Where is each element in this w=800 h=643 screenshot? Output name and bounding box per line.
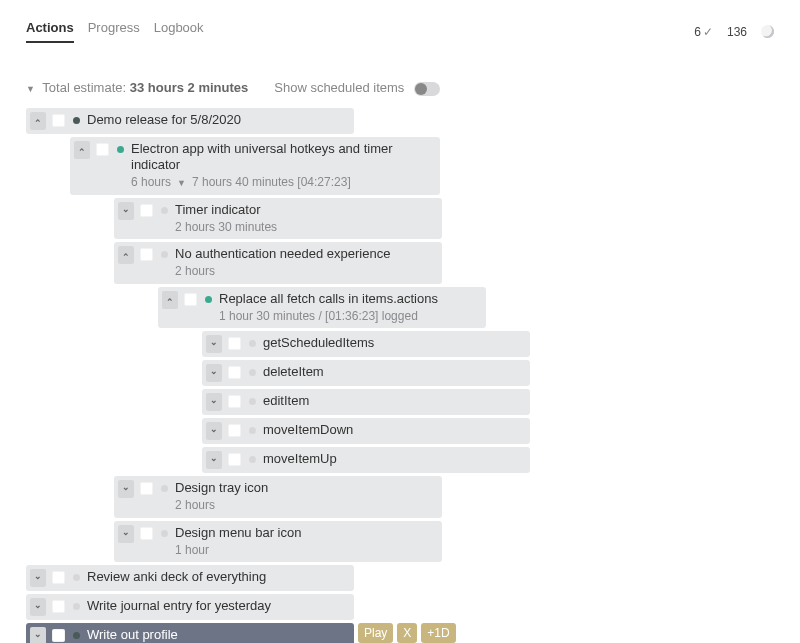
expand-handle[interactable] — [30, 627, 46, 643]
task-checkbox[interactable] — [52, 629, 65, 642]
expand-handle[interactable] — [206, 451, 222, 469]
status-dot — [249, 369, 256, 376]
task-row-demo-release[interactable]: Demo release for 5/8/2020 — [26, 108, 354, 134]
task-checkbox[interactable] — [140, 527, 153, 540]
task-checkbox[interactable] — [228, 366, 241, 379]
task-title: No authentication needed experience — [175, 246, 390, 263]
task-row-write-journal[interactable]: Write journal entry for yesterday — [26, 594, 354, 620]
status-dot — [161, 207, 168, 214]
task-checkbox[interactable] — [140, 482, 153, 495]
status-dot — [161, 251, 168, 258]
caret-down-icon[interactable] — [177, 176, 186, 190]
tabs: Actions Progress Logbook — [26, 20, 204, 43]
status-dot — [249, 340, 256, 347]
task-title: Demo release for 5/8/2020 — [87, 112, 241, 129]
task-title: Electron app with universal hotkeys and … — [131, 141, 432, 175]
task-title: deleteItem — [263, 364, 324, 381]
task-checkbox[interactable] — [52, 600, 65, 613]
task-title: Design menu bar icon — [175, 525, 301, 542]
collapse-handle[interactable] — [74, 141, 90, 159]
task-row-delete-item[interactable]: deleteItem — [202, 360, 530, 386]
status-dot — [249, 456, 256, 463]
status-dot — [249, 427, 256, 434]
expand-handle[interactable] — [206, 364, 222, 382]
task-subtext: 6 hours7 hours 40 minutes [04:27:23] — [131, 175, 432, 191]
status-dot — [249, 398, 256, 405]
task-checkbox[interactable] — [52, 571, 65, 584]
task-row-write-profile[interactable]: Write out profile30 minutes — [26, 623, 354, 643]
caret-down-icon[interactable] — [26, 80, 35, 95]
status-dot — [205, 296, 212, 303]
task-row-get-scheduled[interactable]: getScheduledItems — [202, 331, 530, 357]
status-dot — [161, 485, 168, 492]
summary-row: Total estimate: 33 hours 2 minutes Show … — [26, 80, 774, 96]
task-subtext: 2 hours — [175, 498, 268, 514]
task-checkbox[interactable] — [228, 453, 241, 466]
task-checkbox[interactable] — [184, 293, 197, 306]
tab-logbook[interactable]: Logbook — [154, 20, 204, 43]
close-button[interactable]: X — [397, 623, 417, 643]
task-row-review-anki[interactable]: Review anki deck of everything — [26, 565, 354, 591]
task-row-electron-app[interactable]: Electron app with universal hotkeys and … — [70, 137, 440, 195]
task-row-edit-item[interactable]: editItem — [202, 389, 530, 415]
collapse-handle[interactable] — [118, 246, 134, 264]
status-dot — [73, 603, 80, 610]
task-subtext: 1 hour — [175, 543, 301, 559]
task-title: Replace all fetch calls in items.actions — [219, 291, 438, 308]
task-subtext: 1 hour 30 minutes / [01:36:23] logged — [219, 309, 438, 325]
collapse-handle[interactable] — [30, 112, 46, 130]
task-row-move-down[interactable]: moveItemDown — [202, 418, 530, 444]
expand-handle[interactable] — [206, 393, 222, 411]
task-row-no-auth[interactable]: No authentication needed experience2 hou… — [114, 242, 442, 283]
snooze-button[interactable]: +1D — [421, 623, 455, 643]
task-checkbox[interactable] — [140, 204, 153, 217]
expand-handle[interactable] — [206, 335, 222, 353]
top-stats: 6✓ 136 — [694, 25, 774, 39]
done-count: 6✓ — [694, 25, 713, 39]
task-title: moveItemDown — [263, 422, 353, 439]
task-checkbox[interactable] — [228, 395, 241, 408]
expand-handle[interactable] — [118, 480, 134, 498]
show-scheduled-toggle[interactable]: Show scheduled items — [274, 80, 440, 96]
status-dot — [73, 574, 80, 581]
task-title: Write journal entry for yesterday — [87, 598, 271, 615]
expand-handle[interactable] — [30, 598, 46, 616]
task-checkbox[interactable] — [52, 114, 65, 127]
total-count: 136 — [727, 25, 747, 39]
play-button[interactable]: Play — [358, 623, 393, 643]
task-checkbox[interactable] — [140, 248, 153, 261]
toggle-icon[interactable] — [414, 82, 440, 96]
task-title: Design tray icon — [175, 480, 268, 497]
task-subtext: 2 hours 30 minutes — [175, 220, 277, 236]
status-dot — [73, 117, 80, 124]
task-row-move-up[interactable]: moveItemUp — [202, 447, 530, 473]
task-checkbox[interactable] — [228, 337, 241, 350]
task-row-replace-fetch[interactable]: Replace all fetch calls in items.actions… — [158, 287, 486, 328]
task-title: Write out profile — [87, 627, 178, 643]
task-checkbox[interactable] — [228, 424, 241, 437]
status-dot — [161, 530, 168, 537]
top-nav: Actions Progress Logbook 6✓ 136 — [26, 20, 774, 44]
task-title: Review anki deck of everything — [87, 569, 266, 586]
status-dot — [73, 632, 80, 639]
task-title: editItem — [263, 393, 309, 410]
task-row-design-tray[interactable]: Design tray icon2 hours — [114, 476, 442, 517]
task-title: moveItemUp — [263, 451, 337, 468]
expand-handle[interactable] — [30, 569, 46, 587]
task-checkbox[interactable] — [96, 143, 109, 156]
collapse-handle[interactable] — [162, 291, 178, 309]
task-row-design-menubar[interactable]: Design menu bar icon1 hour — [114, 521, 442, 562]
tab-actions[interactable]: Actions — [26, 20, 74, 43]
tab-progress[interactable]: Progress — [88, 20, 140, 43]
task-subtext: 2 hours — [175, 264, 390, 280]
moon-icon — [761, 25, 774, 38]
expand-handle[interactable] — [118, 202, 134, 220]
total-estimate: Total estimate: 33 hours 2 minutes — [26, 80, 248, 95]
task-row-timer-indicator[interactable]: Timer indicator2 hours 30 minutes — [114, 198, 442, 239]
task-title: Timer indicator — [175, 202, 277, 219]
check-icon: ✓ — [703, 25, 713, 39]
status-dot — [117, 146, 124, 153]
expand-handle[interactable] — [206, 422, 222, 440]
expand-handle[interactable] — [118, 525, 134, 543]
task-title: getScheduledItems — [263, 335, 374, 352]
